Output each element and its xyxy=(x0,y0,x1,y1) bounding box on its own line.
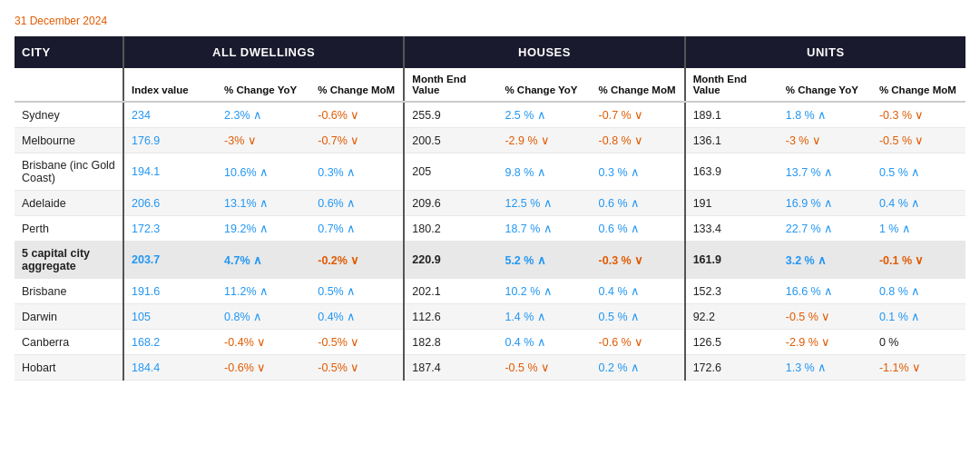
u-mom-value: -0.1 % ∨ xyxy=(872,242,965,279)
city-name: Brisbane (inc Gold Coast) xyxy=(15,153,123,191)
index-value-header: Index value xyxy=(123,68,217,102)
table-row: Brisbane 191.6 11.2% ∧ 0.5% ∧ 202.1 10.2… xyxy=(15,279,965,304)
u-mom-value: 0.5 % ∧ xyxy=(872,153,965,191)
ad-index-value: 184.4 xyxy=(123,355,217,381)
h-me-value: 187.4 xyxy=(404,355,497,381)
h-yoy-value: 1.4 % ∧ xyxy=(497,304,591,330)
all-dwellings-header: ALL DWELLINGS xyxy=(123,36,404,68)
ad-index-value: 191.6 xyxy=(123,279,217,304)
h-mom-value: 0.6 % ∧ xyxy=(592,191,685,216)
city-name: Darwin xyxy=(15,304,123,330)
u-me-value: 163.9 xyxy=(685,153,779,191)
ad-yoy-value: -0.6% ∨ xyxy=(217,355,310,381)
units-header: UNITS xyxy=(685,36,965,68)
ad-mom-value: 0.5% ∧ xyxy=(310,279,404,304)
h-yoy-value: -2.9 % ∨ xyxy=(497,128,591,153)
ad-mom-value: 0.3% ∧ xyxy=(310,153,404,191)
city-sub-header xyxy=(15,68,123,102)
city-name: Melbourne xyxy=(15,128,123,153)
u-yoy-value: 22.7 % ∧ xyxy=(779,216,872,242)
ad-yoy-value: 4.7% ∧ xyxy=(217,242,310,279)
ad-mom-value: -0.2% ∨ xyxy=(310,242,404,279)
ad-yoy-value: 10.6% ∧ xyxy=(217,153,310,191)
h-mom-value: -0.7 % ∨ xyxy=(592,102,685,128)
city-name: Canberra xyxy=(15,330,123,355)
h-yoy-value: 12.5 % ∧ xyxy=(497,191,591,216)
u-yoy-value: 3.2 % ∧ xyxy=(779,242,872,279)
u-yoy-value: 16.6 % ∧ xyxy=(779,279,872,304)
ad-yoy-header: % Change YoY xyxy=(217,68,310,102)
h-yoy-value: 10.2 % ∧ xyxy=(497,279,591,304)
ad-mom-value: 0.7% ∧ xyxy=(310,216,404,242)
table-row: Sydney 234 2.3% ∧ -0.6% ∨ 255.9 2.5 % ∧ … xyxy=(15,102,965,128)
h-yoy-value: 18.7 % ∧ xyxy=(497,216,591,242)
h-mom-value: 0.2 % ∧ xyxy=(592,355,685,381)
h-me-value: 180.2 xyxy=(404,216,497,242)
h-yoy-value: 0.4 % ∧ xyxy=(497,330,591,355)
h-mom-value: 0.4 % ∧ xyxy=(592,279,685,304)
h-me-value: 205 xyxy=(404,153,497,191)
ad-index-value: 172.3 xyxy=(123,216,217,242)
date-header: 31 December 2024 xyxy=(15,15,965,27)
u-me-value: 189.1 xyxy=(685,102,779,128)
city-name: Sydney xyxy=(15,102,123,128)
ad-index-value: 203.7 xyxy=(123,242,217,279)
table-row: Melbourne 176.9 -3% ∨ -0.7% ∨ 200.5 -2.9… xyxy=(15,128,965,153)
ad-index-value: 194.1 xyxy=(123,153,217,191)
h-mom-value: -0.8 % ∨ xyxy=(592,128,685,153)
ad-mom-value: -0.7% ∨ xyxy=(310,128,404,153)
city-name: Brisbane xyxy=(15,279,123,304)
h-me-value: 202.1 xyxy=(404,279,497,304)
ad-yoy-value: 19.2% ∧ xyxy=(217,216,310,242)
table-row: Perth 172.3 19.2% ∧ 0.7% ∧ 180.2 18.7 % … xyxy=(15,216,965,242)
ad-index-value: 206.6 xyxy=(123,191,217,216)
u-yoy-value: -3 % ∨ xyxy=(779,128,872,153)
h-yoy-value: 5.2 % ∧ xyxy=(497,242,591,279)
city-name: Adelaide xyxy=(15,191,123,216)
u-yoy-value: -2.9 % ∨ xyxy=(779,330,872,355)
u-mom-value: 0.4 % ∧ xyxy=(872,191,965,216)
city-name: Perth xyxy=(15,216,123,242)
u-yoy-value: 1.3 % ∧ xyxy=(779,355,872,381)
ad-mom-header: % Change MoM xyxy=(310,68,404,102)
u-mom-header: % Change MoM xyxy=(872,68,965,102)
ad-yoy-value: 11.2% ∧ xyxy=(217,279,310,304)
table-row: Brisbane (inc Gold Coast) 194.1 10.6% ∧ … xyxy=(15,153,965,191)
u-me-value: 152.3 xyxy=(685,279,779,304)
h-mom-header: % Change MoM xyxy=(592,68,685,102)
h-me-value: 220.9 xyxy=(404,242,497,279)
table-row: Hobart 184.4 -0.6% ∨ -0.5% ∨ 187.4 -0.5 … xyxy=(15,355,965,381)
u-yoy-value: 13.7 % ∧ xyxy=(779,153,872,191)
u-yoy-header: % Change YoY xyxy=(779,68,872,102)
u-me-header: Month End Value xyxy=(685,68,779,102)
u-mom-value: -1.1% ∨ xyxy=(872,355,965,381)
ad-yoy-value: -3% ∨ xyxy=(217,128,310,153)
h-mom-value: 0.3 % ∧ xyxy=(592,153,685,191)
ad-index-value: 234 xyxy=(123,102,217,128)
table-row: 5 capital city aggregate 203.7 4.7% ∧ -0… xyxy=(15,242,965,279)
city-column-header: CITY xyxy=(15,36,123,68)
h-yoy-header: % Change YoY xyxy=(497,68,591,102)
u-mom-value: 0 % xyxy=(872,330,965,355)
u-mom-value: -0.5 % ∨ xyxy=(872,128,965,153)
u-yoy-value: -0.5 % ∨ xyxy=(779,304,872,330)
u-mom-value: -0.3 % ∨ xyxy=(872,102,965,128)
h-mom-value: -0.3 % ∨ xyxy=(592,242,685,279)
table-row: Canberra 168.2 -0.4% ∨ -0.5% ∨ 182.8 0.4… xyxy=(15,330,965,355)
ad-index-value: 105 xyxy=(123,304,217,330)
u-me-value: 191 xyxy=(685,191,779,216)
ad-mom-value: -0.5% ∨ xyxy=(310,355,404,381)
city-name: Hobart xyxy=(15,355,123,381)
h-me-value: 182.8 xyxy=(404,330,497,355)
u-me-value: 126.5 xyxy=(685,330,779,355)
h-mom-value: 0.6 % ∧ xyxy=(592,216,685,242)
h-me-value: 200.5 xyxy=(404,128,497,153)
u-mom-value: 0.8 % ∧ xyxy=(872,279,965,304)
u-mom-value: 0.1 % ∧ xyxy=(872,304,965,330)
ad-mom-value: -0.5% ∨ xyxy=(310,330,404,355)
h-me-value: 112.6 xyxy=(404,304,497,330)
h-me-header: Month End Value xyxy=(404,68,497,102)
table-row: Darwin 105 0.8% ∧ 0.4% ∧ 112.6 1.4 % ∧ 0… xyxy=(15,304,965,330)
ad-yoy-value: -0.4% ∨ xyxy=(217,330,310,355)
table-row: Adelaide 206.6 13.1% ∧ 0.6% ∧ 209.6 12.5… xyxy=(15,191,965,216)
